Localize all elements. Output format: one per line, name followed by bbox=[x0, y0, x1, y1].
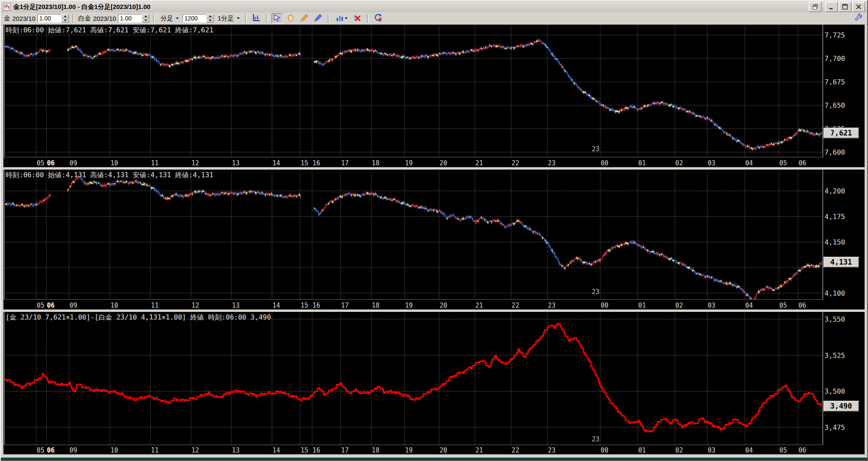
auto-refresh-icon: B bbox=[374, 14, 382, 23]
chart-settings-icon bbox=[252, 14, 260, 23]
draw-pen-button[interactable] bbox=[312, 13, 324, 23]
indicator-bars-icon bbox=[336, 14, 344, 23]
gold-multiplier-up-button[interactable] bbox=[61, 14, 69, 18]
platinum-chart-panel bbox=[3, 170, 865, 309]
background-strip bbox=[0, 458, 868, 461]
gold-multiplier-spinner bbox=[38, 14, 69, 23]
toolbar-separator bbox=[328, 14, 330, 23]
chevron-down-icon bbox=[237, 17, 240, 19]
float-window-button[interactable] bbox=[809, 2, 822, 12]
toolbar-separator bbox=[245, 14, 247, 23]
platinum-label: 白金 bbox=[78, 14, 91, 23]
select-cursor-button[interactable] bbox=[272, 13, 283, 23]
interval-value: 1分足 bbox=[217, 14, 234, 23]
auto-refresh-button[interactable]: B bbox=[373, 13, 384, 23]
spread-chart-panel bbox=[3, 312, 865, 454]
interval-dropdown[interactable]: 1分足 bbox=[216, 14, 241, 23]
platinum-multiplier-input[interactable] bbox=[118, 14, 142, 23]
platinum-multiplier-up-button[interactable] bbox=[142, 14, 149, 18]
gold-chart-panel bbox=[3, 25, 865, 167]
bar-type-dropdown[interactable]: 分足 bbox=[159, 14, 180, 23]
title-bar[interactable]: 金1分足[2023/10]1.00 - 白金1分足[2023/10]1.00 bbox=[1, 1, 867, 12]
svg-text:B: B bbox=[379, 17, 382, 22]
gold-month-label: 2023/10 bbox=[12, 15, 35, 22]
platinum-multiplier-spinner bbox=[118, 14, 149, 23]
bar-count-up-button[interactable] bbox=[206, 14, 214, 18]
clear-drawings-button[interactable] bbox=[352, 13, 363, 23]
bar-count-input[interactable] bbox=[182, 14, 206, 23]
toolbar: 金 2023/10 白金 2023/10 分足 1分足 bbox=[1, 12, 867, 25]
maximize-button[interactable] bbox=[839, 2, 851, 12]
gold-label: 金 bbox=[4, 14, 10, 23]
bar-count-down-button[interactable] bbox=[206, 18, 214, 23]
platinum-month-label: 2023/10 bbox=[93, 15, 116, 22]
pan-hand-icon bbox=[286, 14, 295, 23]
gold-multiplier-input[interactable] bbox=[38, 14, 61, 23]
pan-hand-button[interactable] bbox=[285, 13, 297, 23]
bar-count-spinner bbox=[182, 14, 214, 23]
select-cursor-icon bbox=[273, 14, 281, 23]
clear-drawings-icon bbox=[353, 14, 362, 23]
gold-multiplier-down-button[interactable] bbox=[61, 18, 69, 23]
minimize-button[interactable] bbox=[825, 2, 838, 12]
toolbar-separator bbox=[367, 14, 369, 23]
bar-type-value: 分足 bbox=[160, 14, 173, 23]
toolbar-separator bbox=[72, 14, 74, 23]
chart-settings-button[interactable] bbox=[251, 13, 262, 23]
toolbar-separator bbox=[266, 14, 268, 23]
draw-pen-icon bbox=[314, 14, 322, 23]
app-window: 時刻:06:00 始値:7,621 高値:7,621 安値:7,621 終値:7… bbox=[0, 0, 868, 461]
platinum-multiplier-down-button[interactable] bbox=[142, 18, 149, 23]
window-title: 金1分足[2023/10]1.00 - 白金1分足[2023/10]1.00 bbox=[13, 3, 150, 11]
close-button[interactable] bbox=[852, 2, 865, 12]
chevron-down-icon bbox=[176, 17, 179, 19]
draw-pencil-icon bbox=[300, 14, 309, 23]
toolbar-separator bbox=[153, 14, 155, 23]
indicator-bars-button[interactable] bbox=[333, 13, 350, 23]
app-icon bbox=[3, 3, 11, 11]
settings-wrench-icon bbox=[854, 14, 863, 23]
chevron-down-icon bbox=[345, 17, 347, 19]
draw-pencil-button[interactable] bbox=[299, 13, 310, 23]
settings-wrench-button[interactable] bbox=[853, 13, 864, 23]
